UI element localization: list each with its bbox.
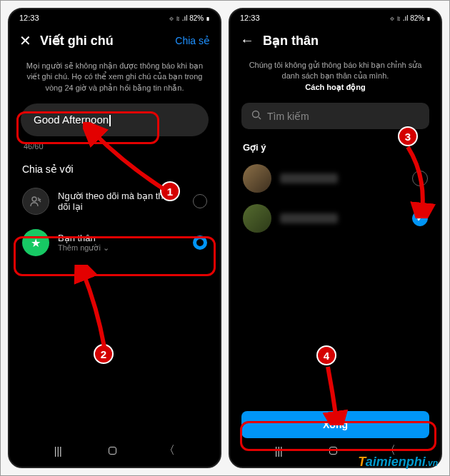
nav-recent-icon[interactable]: ||| [54, 445, 62, 457]
share-close-friends-row[interactable]: ★ Bạn thân Thêm người ⌄ [9, 222, 220, 263]
search-icon [251, 110, 261, 122]
step-badge-1: 1 [160, 181, 180, 201]
status-time: 12:33 [19, 14, 39, 22]
user-select-checkbox[interactable] [412, 171, 428, 186]
add-people-link[interactable]: Thêm người ⌄ [58, 243, 184, 253]
note-value: Good Afternoon [34, 113, 109, 126]
status-icons: ⟐ ≋ .ıl 82% ▮ [169, 14, 210, 22]
user-name-redacted [280, 213, 338, 223]
nav-back-icon[interactable]: 〈 [164, 443, 175, 458]
share-followers-row[interactable]: Người theo dõi mà bạn theo dõi lại [9, 181, 220, 222]
nav-home-icon[interactable] [109, 447, 116, 455]
note-text-input[interactable]: Good Afternoon [21, 103, 209, 136]
status-bar: 12:33 ⟐ ≋ .ıl 82% ▮ [230, 9, 441, 25]
header: ✕ Viết ghi chú Chia sẻ [9, 25, 220, 56]
watermark: Taimienphi.vn [358, 455, 438, 470]
android-nav-bar: ||| 〈 [9, 435, 220, 467]
char-counter: 46/60 [9, 136, 220, 156]
close-friends-radio[interactable] [193, 236, 207, 250]
search-placeholder: Tìm kiếm [267, 111, 309, 122]
star-icon: ★ [22, 229, 49, 256]
suggestion-user-row[interactable]: ✓ [230, 198, 441, 238]
share-with-label: Chia sẻ với [9, 156, 220, 181]
svg-point-1 [253, 111, 259, 118]
step-badge-4: 4 [316, 345, 336, 365]
share-action[interactable]: Chia sẻ [175, 35, 210, 46]
svg-line-2 [259, 117, 261, 119]
page-title: Viết ghi chú [40, 33, 166, 49]
how-it-works-link[interactable]: Cách hoạt động [305, 83, 365, 91]
search-input[interactable]: Tìm kiếm [241, 103, 429, 129]
svg-point-0 [32, 197, 36, 201]
step-badge-3: 3 [398, 126, 418, 146]
followers-icon [22, 188, 49, 215]
status-bar: 12:33 ⟐ ≋ .ıl 82% ▮ [9, 9, 220, 25]
step-badge-2: 2 [94, 344, 114, 364]
user-select-checkbox-checked[interactable]: ✓ [412, 211, 428, 226]
status-icons: ⟐ ≋ .ıl 82% ▮ [390, 14, 431, 22]
phone-left-write-note: 12:33 ⟐ ≋ .ıl 82% ▮ ✕ Viết ghi chú Chia … [8, 8, 221, 468]
followers-radio[interactable] [193, 194, 207, 208]
phone-right-close-friends: 12:33 ⟐ ≋ .ıl 82% ▮ ← Bạn thân Chúng tôi… [229, 8, 442, 468]
suggestion-user-row[interactable] [230, 158, 441, 198]
chevron-down-icon: ⌄ [103, 243, 109, 253]
nav-recent-icon[interactable]: ||| [275, 445, 283, 457]
user-name-redacted [280, 173, 338, 183]
back-icon[interactable]: ✕ [19, 32, 31, 49]
close-friends-title: Bạn thân [58, 233, 184, 243]
page-title: Bạn thân [263, 33, 431, 49]
info-text: Mọi người sẽ không nhận được thông báo k… [9, 56, 220, 103]
user-avatar [243, 164, 271, 193]
user-avatar [243, 204, 271, 233]
back-arrow-icon[interactable]: ← [240, 32, 254, 49]
info-text: Chúng tôi không gửi thông báo khi bạn ch… [230, 56, 441, 103]
header: ← Bạn thân [230, 25, 441, 56]
nav-home-icon[interactable] [329, 447, 337, 455]
status-time: 12:33 [240, 14, 260, 22]
